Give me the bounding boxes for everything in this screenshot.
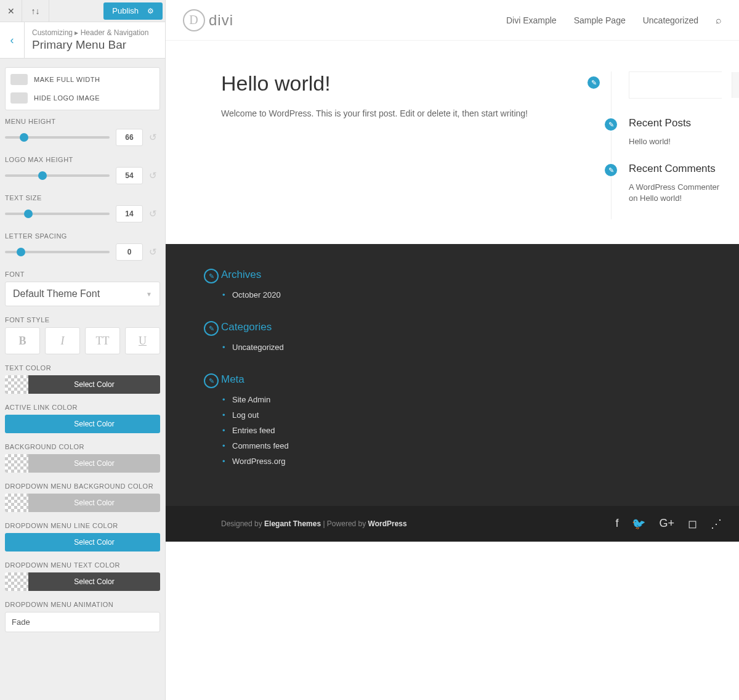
close-icon[interactable]: ✕ bbox=[0, 0, 22, 22]
widget-title: Meta bbox=[221, 373, 722, 386]
edit-icon[interactable]: ✎ bbox=[586, 75, 601, 90]
archives-widget: ✎ Archives October 2020 bbox=[221, 269, 722, 303]
comment-author-link[interactable]: A WordPress Commenter bbox=[629, 182, 719, 192]
sub-footer: Designed by Elegant Themes | Powered by … bbox=[166, 506, 739, 542]
post-body: Welcome to WordPress. This is your first… bbox=[221, 107, 592, 120]
edit-icon[interactable]: ✎ bbox=[204, 269, 219, 283]
toggle-full-width[interactable] bbox=[10, 74, 28, 85]
toggle-hide-logo[interactable] bbox=[10, 92, 28, 104]
post-title: Hello world! bbox=[221, 71, 592, 96]
panel-title: Primary Menu Bar bbox=[32, 38, 158, 52]
logo-icon: D bbox=[183, 9, 205, 31]
categories-widget: ✎ Categories Uncategorized bbox=[221, 321, 722, 355]
nav-link[interactable]: Divi Example bbox=[506, 15, 557, 25]
field-dropdown-text-color: DROPDOWN MENU TEXT COLOR Select Color bbox=[5, 561, 160, 591]
color-picker-active-link[interactable]: Select Color bbox=[5, 415, 160, 433]
list-item[interactable]: Site Admin bbox=[221, 392, 722, 407]
google-plus-icon[interactable]: G+ bbox=[659, 517, 674, 531]
field-active-link-color: ACTIVE LINK COLOR Select Color bbox=[5, 404, 160, 433]
slider-logo-max[interactable] bbox=[5, 174, 110, 177]
slider-text-size-value[interactable]: 14 bbox=[116, 205, 143, 222]
slider-menu-height-value[interactable]: 66 bbox=[116, 129, 143, 146]
main-content: Hello world! Welcome to WordPress. This … bbox=[221, 71, 592, 219]
instagram-icon[interactable]: ◻ bbox=[688, 517, 697, 531]
toggle-full-width-label: MAKE FULL WIDTH bbox=[34, 76, 100, 83]
site-preview: D divi Divi Example Sample Page Uncatego… bbox=[166, 0, 739, 700]
recent-comments-widget: ✎ Recent Comments A WordPress Commenter … bbox=[629, 163, 722, 203]
facebook-icon[interactable]: f bbox=[615, 517, 618, 531]
sort-icon[interactable]: ↑↓ bbox=[22, 0, 49, 22]
search-input[interactable] bbox=[629, 72, 732, 98]
toggle-group: MAKE FULL WIDTH HIDE LOGO IMAGE bbox=[5, 67, 160, 110]
field-text-size: TEXT SIZE 14 ↺ bbox=[5, 194, 160, 222]
edit-icon[interactable]: ✎ bbox=[604, 117, 618, 132]
comment-post-link[interactable]: Hello world! bbox=[640, 193, 682, 203]
sidebar-widgets: ✎ Search ✎ Recent Posts Hello world! ✎ R… bbox=[611, 71, 722, 219]
list-item[interactable]: Uncategorized bbox=[221, 340, 722, 355]
slider-menu-height[interactable] bbox=[5, 136, 110, 139]
list-item[interactable]: Entries feed bbox=[221, 423, 722, 438]
site-logo[interactable]: D divi bbox=[183, 9, 233, 31]
controls-panel: MAKE FULL WIDTH HIDE LOGO IMAGE MENU HEI… bbox=[0, 59, 165, 700]
field-dropdown-animation: DROPDOWN MENU ANIMATION Fade bbox=[5, 601, 160, 632]
customizer-topbar: ✕ ↑↓ Publish ⚙ bbox=[0, 0, 165, 22]
twitter-icon[interactable]: 🐦 bbox=[632, 517, 645, 531]
field-dropdown-bg-color: DROPDOWN MENU BACKGROUND COLOR Select Co… bbox=[5, 482, 160, 512]
style-italic-button[interactable]: I bbox=[45, 327, 80, 354]
color-picker-text[interactable]: Select Color bbox=[5, 375, 160, 394]
dropdown-animation-select[interactable]: Fade bbox=[5, 612, 160, 632]
footer-credit: Designed by Elegant Themes | Powered by … bbox=[221, 519, 407, 528]
slider-text-size[interactable] bbox=[5, 213, 110, 215]
edit-icon[interactable]: ✎ bbox=[204, 373, 219, 388]
breadcrumb: ‹ Customizing ▸ Header & Navigation Prim… bbox=[0, 22, 165, 59]
slider-letter-spacing[interactable] bbox=[5, 251, 110, 253]
field-letter-spacing: LETTER SPACING 0 ↺ bbox=[5, 232, 160, 261]
font-select[interactable]: Default Theme Font▼ bbox=[5, 282, 160, 306]
list-item[interactable]: October 2020 bbox=[221, 287, 722, 303]
style-bold-button[interactable]: B bbox=[5, 327, 40, 354]
primary-nav: D divi Divi Example Sample Page Uncatego… bbox=[166, 0, 739, 41]
list-item[interactable]: WordPress.org bbox=[221, 454, 722, 469]
meta-widget: ✎ Meta Site Admin Log out Entries feed C… bbox=[221, 373, 722, 469]
color-picker-dropdown-text[interactable]: Select Color bbox=[5, 572, 160, 591]
toggle-hide-logo-label: HIDE LOGO IMAGE bbox=[34, 94, 100, 102]
reset-icon[interactable]: ↺ bbox=[149, 208, 160, 219]
list-item[interactable]: Comments feed bbox=[221, 438, 722, 454]
breadcrumb-path: Customizing ▸ Header & Navigation bbox=[32, 28, 158, 37]
list-item[interactable]: Log out bbox=[221, 407, 722, 423]
recent-post-link[interactable]: Hello world! bbox=[629, 137, 671, 146]
footer: ✎ Archives October 2020 ✎ Categories Unc… bbox=[166, 244, 739, 506]
back-button[interactable]: ‹ bbox=[0, 22, 25, 58]
field-dropdown-line-color: DROPDOWN MENU LINE COLOR Select Color bbox=[5, 522, 160, 551]
gear-icon: ⚙ bbox=[147, 7, 154, 15]
search-icon[interactable]: ⌕ bbox=[716, 15, 722, 26]
style-underline-button[interactable]: U bbox=[125, 327, 160, 354]
edit-icon[interactable]: ✎ bbox=[604, 163, 618, 177]
search-widget: Search bbox=[629, 71, 722, 99]
widget-title: Recent Posts bbox=[629, 117, 722, 129]
edit-icon[interactable]: ✎ bbox=[204, 321, 219, 336]
slider-letter-spacing-value[interactable]: 0 bbox=[116, 243, 143, 261]
color-picker-dropdown-line[interactable]: Select Color bbox=[5, 533, 160, 551]
field-font: FONT Default Theme Font▼ bbox=[5, 271, 160, 306]
field-text-color: TEXT COLOR Select Color bbox=[5, 364, 160, 394]
rss-icon[interactable]: ⋰ bbox=[711, 517, 722, 531]
slider-logo-max-value[interactable]: 54 bbox=[116, 167, 143, 184]
widget-title: Archives bbox=[221, 269, 722, 281]
publish-button[interactable]: Publish ⚙ bbox=[103, 2, 163, 20]
search-button[interactable]: Search bbox=[732, 72, 739, 98]
field-logo-max-height: LOGO MAX HEIGHT 54 ↺ bbox=[5, 156, 160, 184]
widget-title: Categories bbox=[221, 321, 722, 333]
nav-link[interactable]: Sample Page bbox=[574, 15, 626, 25]
nav-link[interactable]: Uncategorized bbox=[643, 15, 698, 25]
widget-title: Recent Comments bbox=[629, 163, 722, 175]
reset-icon[interactable]: ↺ bbox=[149, 132, 160, 143]
chevron-down-icon: ▼ bbox=[146, 291, 152, 298]
publish-label: Publish bbox=[112, 6, 139, 15]
reset-icon[interactable]: ↺ bbox=[149, 170, 160, 181]
field-background-color: BACKGROUND COLOR Select Color bbox=[5, 443, 160, 473]
style-uppercase-button[interactable]: TT bbox=[85, 327, 120, 354]
reset-icon[interactable]: ↺ bbox=[149, 246, 160, 258]
color-picker-dropdown-bg[interactable]: Select Color bbox=[5, 494, 160, 512]
color-picker-background[interactable]: Select Color bbox=[5, 454, 160, 473]
